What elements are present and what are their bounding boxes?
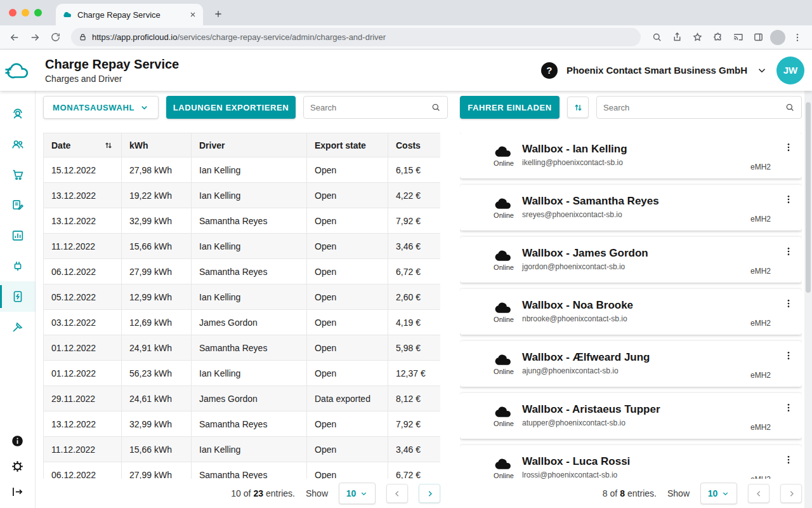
card-menu-icon[interactable]	[780, 191, 797, 208]
cell-kwh: 15,66 kWh	[122, 234, 192, 259]
forward-icon[interactable]	[25, 28, 44, 47]
table-row[interactable]: 06.12.2022 27,99 kWh Samantha Reyes Open…	[44, 259, 441, 284]
table-row[interactable]: 13.12.2022 32,99 kWh Samantha Reyes Open…	[44, 411, 441, 437]
proficloud-logo-icon[interactable]	[0, 59, 36, 82]
window-zoom-button[interactable]	[34, 9, 42, 17]
share-icon[interactable]	[667, 28, 686, 47]
invite-driver-button[interactable]: FAHRER EINLADEN	[460, 96, 560, 119]
menu-kebab-icon[interactable]	[788, 28, 807, 47]
user-avatar[interactable]: JW	[776, 57, 804, 84]
driver-card[interactable]: Online Wallbox - James Gordon jgordon@ph…	[460, 237, 802, 283]
driver-card[interactable]: Online Wallbox - Luca Rossi lrossi@phoen…	[460, 445, 802, 479]
charges-next-page-button[interactable]	[419, 484, 440, 503]
sidebar-item-settings[interactable]	[0, 453, 36, 479]
table-row[interactable]: 11.12.2022 15,66 kWh Ian Kelling Open 3,…	[44, 234, 441, 259]
table-row[interactable]: 05.12.2022 12,99 kWh Ian Kelling Open 2,…	[44, 284, 441, 310]
cell-export-state: Open	[307, 462, 388, 479]
cast-icon[interactable]	[728, 28, 747, 47]
charges-page-size-select[interactable]: 10	[339, 483, 376, 504]
table-row[interactable]: 01.12.2022 24,91 kWh Samantha Reyes Open…	[44, 335, 441, 361]
profile-avatar[interactable]	[770, 30, 785, 45]
table-row[interactable]: 03.12.2022 12,69 kWh James Gordon Open 4…	[44, 310, 441, 335]
cell-driver: Samantha Reyes	[192, 208, 307, 234]
extensions-icon[interactable]	[708, 28, 727, 47]
column-header-kwh[interactable]: kWh	[122, 133, 192, 157]
cell-driver: Samantha Reyes	[192, 335, 307, 361]
organization-chevron-down-icon[interactable]	[756, 65, 768, 76]
browser-tab[interactable]: Charge Repay Service	[56, 4, 203, 25]
card-menu-icon[interactable]	[780, 295, 797, 312]
card-menu-icon[interactable]	[780, 243, 797, 260]
chevron-down-icon	[360, 490, 368, 498]
drivers-sort-button[interactable]	[567, 97, 589, 118]
sidebar-item-metering[interactable]	[0, 220, 36, 251]
page-scrollbar-thumb[interactable]	[806, 102, 811, 293]
drivers-next-page-button[interactable]	[780, 484, 802, 503]
sidebar-item-info[interactable]	[0, 428, 36, 453]
cell-driver: Ian Kelling	[192, 157, 307, 183]
cell-export-state: Open	[307, 361, 388, 386]
sidebar-item-impulse[interactable]	[0, 312, 36, 342]
sidebar-item-charge-repay[interactable]	[0, 281, 36, 312]
column-header-costs[interactable]: Costs	[388, 133, 441, 157]
card-menu-icon[interactable]	[780, 139, 797, 156]
driver-card[interactable]: Online Wallbox - Ælfweard Jung ajung@pho…	[460, 341, 802, 387]
column-header-export-state[interactable]: Export state	[307, 133, 388, 157]
month-select-button[interactable]: MONATSAUSWAHL	[43, 96, 159, 119]
sidebar-item-devices[interactable]	[0, 251, 36, 281]
table-row[interactable]: 11.12.2022 15,66 kWh Ian Kelling Open 3,…	[44, 437, 441, 462]
back-icon[interactable]	[5, 28, 24, 47]
column-header-date[interactable]: Date	[44, 133, 122, 157]
card-menu-icon[interactable]	[780, 347, 797, 364]
charges-search-input[interactable]	[310, 103, 426, 112]
page-title: Charge Repay Service	[45, 57, 179, 72]
wallbox-model: eMH2	[750, 371, 771, 380]
column-header-driver[interactable]: Driver	[192, 133, 307, 157]
table-row[interactable]: 15.12.2022 27,98 kWh Ian Kelling Open 6,…	[44, 157, 441, 183]
table-row[interactable]: 01.12.2022 56,23 kWh Ian Kelling Open 12…	[44, 361, 441, 386]
bookmark-star-icon[interactable]	[688, 28, 707, 47]
reload-icon[interactable]	[46, 28, 65, 47]
cell-date: 11.12.2022	[44, 234, 122, 259]
cell-costs: 2,60 €	[388, 284, 441, 310]
table-row[interactable]: 13.12.2022 19,22 kWh Ian Kelling Open 4,…	[44, 183, 441, 208]
drivers-page-size-select[interactable]: 10	[700, 483, 737, 504]
driver-card[interactable]: Online Wallbox - Noa Brooke nbrooke@phoe…	[460, 289, 802, 335]
address-bar[interactable]: https://app.proficloud.io/services/charg…	[71, 28, 641, 46]
drivers-prev-page-button[interactable]	[748, 484, 769, 503]
cell-kwh: 19,22 kWh	[122, 183, 192, 208]
browser-toolbar: https://app.proficloud.io/services/charg…	[0, 25, 812, 50]
page-scrollbar[interactable]	[804, 91, 812, 508]
tab-close-icon[interactable]	[189, 11, 197, 18]
sidebar-item-billing[interactable]	[0, 190, 36, 220]
wallbox-title: Wallbox - Samantha Reyes	[522, 195, 802, 208]
new-tab-button[interactable]	[209, 5, 227, 23]
sidebar-item-support[interactable]	[0, 98, 36, 129]
table-row[interactable]: 06.12.2022 27,99 kWh Samantha Reyes Open…	[44, 462, 441, 479]
side-panel-icon[interactable]	[749, 28, 768, 47]
driver-card[interactable]: Online Wallbox - Samantha Reyes sreyes@p…	[460, 185, 802, 231]
cell-export-state: Open	[307, 335, 388, 361]
card-menu-icon[interactable]	[780, 399, 797, 416]
drivers-search-input[interactable]	[603, 103, 780, 112]
export-charges-button[interactable]: LADUNGEN EXPORTIEREN	[166, 96, 296, 119]
cell-costs: 6,15 €	[388, 157, 441, 183]
charges-prev-page-button[interactable]	[386, 484, 408, 503]
logout-icon	[11, 485, 24, 498]
driver-card[interactable]: Online Wallbox - Aristaeus Tupper atuppe…	[460, 393, 802, 439]
sidebar-item-store[interactable]	[0, 159, 36, 190]
window-close-button[interactable]	[9, 9, 16, 17]
users-icon	[11, 137, 25, 151]
sidebar-item-logout[interactable]	[0, 479, 36, 504]
cell-date: 01.12.2022	[44, 335, 122, 361]
table-row[interactable]: 29.11.2022 24,61 kWh James Gordon Data e…	[44, 386, 441, 411]
table-row[interactable]: 13.12.2022 32,99 kWh Samantha Reyes Open…	[44, 208, 441, 234]
sidebar-item-users[interactable]	[0, 129, 36, 159]
zoom-icon[interactable]	[647, 28, 666, 47]
help-icon[interactable]: ?	[541, 62, 558, 79]
card-menu-icon[interactable]	[780, 451, 797, 468]
driver-card[interactable]: Online Wallbox - Ian Kelling ikelling@ph…	[460, 133, 802, 178]
drivers-entries-text: 8 of 8 entries.	[603, 488, 657, 498]
url-text: https://app.proficloud.io/services/charg…	[92, 32, 386, 42]
window-minimize-button[interactable]	[22, 9, 29, 17]
